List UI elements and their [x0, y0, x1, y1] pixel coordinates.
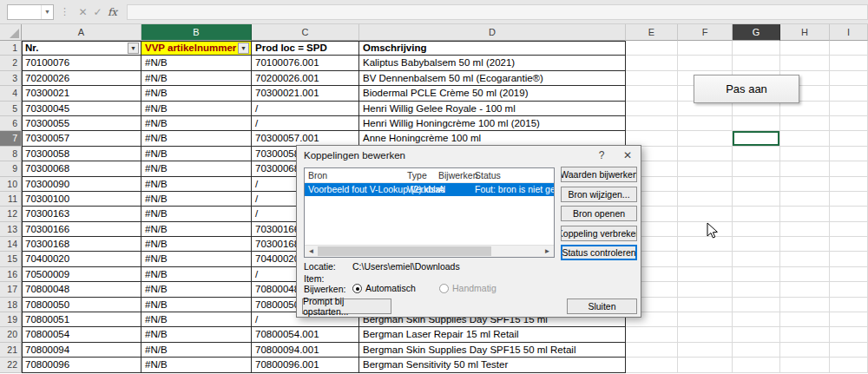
cell-G16[interactable] [733, 267, 780, 282]
cell-C4[interactable]: 70300021.001 [252, 86, 359, 101]
cell-F20[interactable] [678, 327, 733, 342]
cell-B16[interactable]: #N/B [141, 267, 252, 282]
cell-A16[interactable]: 70500009 [22, 267, 141, 282]
cell-G7[interactable] [733, 131, 780, 146]
cell-I17[interactable] [830, 282, 868, 297]
cell-E3[interactable] [626, 71, 678, 86]
cell-H7[interactable] [780, 131, 830, 146]
horizontal-scrollbar[interactable]: ◄ ► [305, 245, 554, 257]
cell-F18[interactable] [678, 298, 733, 312]
cell-D20[interactable]: Bergman Laser Repair 15 ml Retail [359, 327, 626, 342]
cell-E21[interactable] [626, 343, 678, 358]
cell-E2[interactable] [626, 56, 678, 70]
radio-manual[interactable] [439, 284, 449, 293]
row-header-6[interactable]: 6 [0, 116, 22, 131]
cell-B18[interactable]: #N/B [141, 298, 252, 312]
cell-F6[interactable] [678, 116, 733, 131]
cell-H15[interactable] [780, 252, 830, 266]
cell-A15[interactable]: 70400020 [22, 252, 141, 266]
cell-I5[interactable] [830, 102, 868, 116]
cell-F14[interactable] [678, 237, 733, 252]
cell-H21[interactable] [780, 343, 830, 358]
radio-automatic[interactable] [352, 284, 362, 293]
cell-G19[interactable] [733, 312, 780, 327]
cell-H12[interactable] [780, 207, 830, 221]
link-list-item[interactable]: Voorbeeld fout V-Lookup (2).xlsxWerkblad… [305, 183, 554, 196]
cell-G12[interactable] [733, 207, 780, 221]
cell-H14[interactable] [780, 237, 830, 252]
cell-B3[interactable]: #N/B [141, 71, 252, 86]
insert-function-icon[interactable]: fx [105, 6, 120, 18]
cell-G14[interactable] [733, 237, 780, 252]
cell-G9[interactable] [733, 161, 780, 176]
cell-B8[interactable]: #N/B [141, 147, 252, 161]
cell-I18[interactable] [830, 298, 868, 312]
column-header-C[interactable]: C [252, 24, 359, 41]
cell-G8[interactable] [733, 147, 780, 161]
cell-F5[interactable] [678, 102, 733, 116]
cell-F21[interactable] [678, 343, 733, 358]
cell-H8[interactable] [780, 147, 830, 161]
cell-C5[interactable]: / [252, 102, 359, 116]
row-header-22[interactable]: 22 [0, 358, 22, 372]
cell-F1[interactable] [678, 41, 733, 56]
row-header-13[interactable]: 13 [0, 222, 22, 237]
cell-B1[interactable]: VVP artikelnummer▼ [141, 41, 252, 56]
cell-H5[interactable] [780, 102, 830, 116]
cell-C1[interactable]: Prod loc = SPD [252, 41, 359, 56]
cell-F22[interactable] [678, 358, 733, 372]
scrollbar-thumb[interactable] [318, 246, 491, 256]
cell-F11[interactable] [678, 192, 733, 207]
cell-E1[interactable] [626, 41, 678, 56]
cell-F15[interactable] [678, 252, 733, 266]
cell-H16[interactable] [780, 267, 830, 282]
cell-H20[interactable] [780, 327, 830, 342]
cell-F13[interactable] [678, 222, 733, 237]
cell-B14[interactable]: #N/B [141, 237, 252, 252]
cell-A19[interactable]: 70800051 [22, 312, 141, 327]
cell-A2[interactable]: 70100076 [22, 56, 141, 70]
cell-D6[interactable]: Henri Willig Honingcrème 100 ml (2015) [359, 116, 626, 131]
cell-A1[interactable]: Nr.▼ [22, 41, 141, 56]
cell-G13[interactable] [733, 222, 780, 237]
cell-H11[interactable] [780, 192, 830, 207]
cell-F2[interactable] [678, 56, 733, 70]
cell-A22[interactable]: 70800096 [22, 358, 141, 372]
cell-F12[interactable] [678, 207, 733, 221]
cancel-icon[interactable]: ✕ [76, 6, 90, 18]
row-header-7[interactable]: 7 [0, 131, 22, 146]
cell-A3[interactable]: 70200026 [22, 71, 141, 86]
cell-B21[interactable]: #N/B [141, 343, 252, 358]
cell-I6[interactable] [830, 116, 868, 131]
dialog-titlebar[interactable]: Koppelingen bewerken ? ✕ [297, 146, 641, 165]
update-values-button[interactable]: Waarden bijwerken [561, 167, 637, 182]
row-header-19[interactable]: 19 [0, 312, 22, 327]
row-header-11[interactable]: 11 [0, 192, 22, 207]
cell-C22[interactable]: 70800096.001 [252, 358, 359, 372]
cell-A10[interactable]: 70300090 [22, 177, 141, 192]
cell-G11[interactable] [733, 192, 780, 207]
cell-A17[interactable]: 70800048 [22, 282, 141, 297]
cell-B13[interactable]: #N/B [141, 222, 252, 237]
cell-A12[interactable]: 70300163 [22, 207, 141, 221]
cell-F16[interactable] [678, 267, 733, 282]
cell-I9[interactable] [830, 161, 868, 176]
cell-H10[interactable] [780, 177, 830, 192]
startup-prompt-button[interactable]: Prompt bij opstarten... [302, 299, 391, 314]
cell-G17[interactable] [733, 282, 780, 297]
row-header-8[interactable]: 8 [0, 147, 22, 161]
row-header-15[interactable]: 15 [0, 252, 22, 266]
row-header-5[interactable]: 5 [0, 102, 22, 116]
enter-icon[interactable]: ✓ [90, 6, 105, 18]
scroll-right-icon[interactable]: ► [541, 246, 554, 257]
cell-H1[interactable] [780, 41, 830, 56]
cell-A18[interactable]: 70800050 [22, 298, 141, 312]
cell-B4[interactable]: #N/B [141, 86, 252, 101]
cell-D21[interactable]: Bergman Skin Supplies Day SPF15 50 ml Re… [359, 343, 626, 358]
cell-I12[interactable] [830, 207, 868, 221]
cell-B15[interactable]: #N/B [141, 252, 252, 266]
cell-I8[interactable] [830, 147, 868, 161]
cell-D2[interactable]: Kaliptus Babybalsem 50 ml (2021) [359, 56, 626, 70]
row-header-12[interactable]: 12 [0, 207, 22, 221]
cell-B5[interactable]: #N/B [141, 102, 252, 116]
